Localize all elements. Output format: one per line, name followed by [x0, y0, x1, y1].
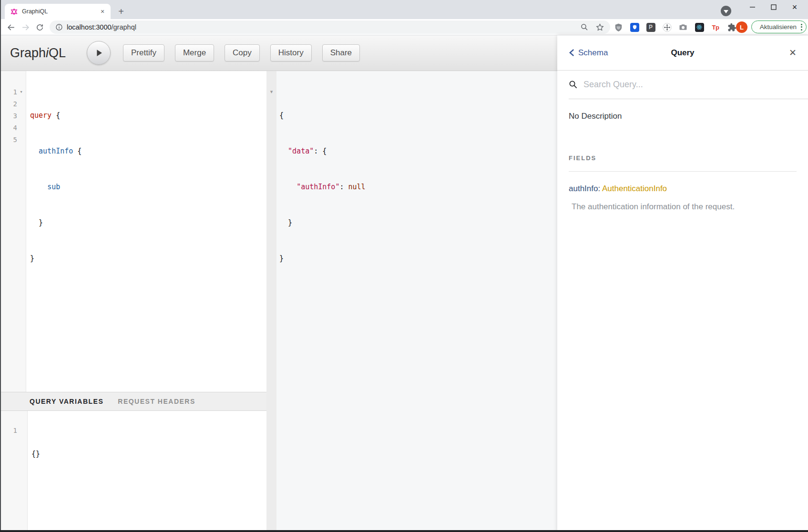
search-icon — [569, 80, 578, 89]
minimize-button[interactable] — [742, 0, 763, 14]
doc-back-link[interactable]: Schema — [569, 48, 631, 58]
page-info-icon[interactable] — [55, 23, 63, 31]
type-description: No Description — [569, 112, 797, 121]
profile-avatar[interactable]: L — [736, 21, 747, 33]
history-button[interactable]: History — [270, 44, 312, 61]
tab-query-variables[interactable]: QUERY VARIABLES — [30, 398, 103, 405]
variables-editor-gutter: 1 — [0, 411, 28, 532]
doc-back-label: Schema — [578, 48, 608, 58]
variables-code[interactable]: {} — [28, 411, 83, 532]
new-tab-button[interactable]: + — [114, 5, 128, 18]
screenshot-camera-extension-icon[interactable] — [678, 22, 688, 32]
url-text: localhost:3000/graphql — [67, 23, 575, 31]
tab-request-headers[interactable]: REQUEST HEADERS — [118, 398, 195, 405]
copy-button[interactable]: Copy — [225, 44, 260, 61]
tab-close-icon[interactable]: × — [98, 7, 107, 16]
address-bar[interactable]: localhost:3000/graphql — [50, 20, 610, 34]
play-icon — [93, 48, 104, 58]
doc-close-icon[interactable]: ✕ — [735, 47, 797, 58]
variables-editor[interactable]: 1 {} — [0, 411, 266, 532]
field-type-link[interactable]: AuthenticationInfo — [602, 184, 667, 193]
field-row: authInfo: AuthenticationInfo — [569, 184, 797, 194]
update-button-label: Aktualisieren — [757, 23, 799, 31]
update-available-icon[interactable] — [721, 6, 731, 16]
execute-query-button[interactable] — [87, 41, 111, 65]
reload-button[interactable] — [33, 21, 46, 33]
query-editor-gutter: 1▾ 2 3 4 5 — [0, 71, 26, 392]
kebab-menu-icon[interactable] — [801, 24, 802, 31]
p-extension-icon[interactable]: P — [645, 22, 656, 32]
doc-search-row — [569, 71, 808, 99]
bookmark-star-icon[interactable] — [594, 21, 605, 33]
prettify-button[interactable]: Prettify — [123, 44, 164, 61]
fields-heading: FIELDS — [569, 154, 797, 172]
graphiql-workspace: GraphiQL Prettify Merge Copy History Sha… — [0, 35, 557, 532]
doc-explorer: Schema Query ✕ No Description FIELDS aut… — [557, 35, 808, 532]
result-json: { "data": { "authInfo": null } } — [276, 71, 557, 288]
move-tool-extension-icon[interactable] — [662, 22, 672, 32]
chevron-left-icon — [569, 49, 575, 57]
fold-arrow-icon[interactable]: ▾ — [17, 89, 25, 95]
window-edge-left — [0, 0, 1, 532]
bitwarden-extension-icon[interactable] — [629, 22, 640, 32]
result-fold-arrow-icon[interactable]: ▾ — [270, 89, 273, 95]
ublock-extension-icon[interactable] — [613, 22, 624, 32]
graphiql-app: GraphiQL Prettify Merge Copy History Sha… — [0, 35, 808, 532]
graphql-favicon-icon — [10, 8, 18, 15]
doc-body: No Description FIELDS authInfo: Authenti… — [557, 99, 808, 212]
graphiql-topbar: GraphiQL Prettify Merge Copy History Sha… — [0, 35, 557, 71]
graphiql-logo: GraphiQL — [10, 46, 66, 61]
zoom-page-icon[interactable] — [579, 21, 590, 33]
merge-button[interactable]: Merge — [175, 44, 214, 61]
browser-update-button[interactable]: Aktualisieren — [751, 20, 807, 33]
variables-titlebar: QUERY VARIABLES REQUEST HEADERS — [0, 392, 266, 411]
doc-explorer-header: Schema Query ✕ — [557, 35, 808, 71]
doc-title: Query — [631, 48, 735, 58]
window-edge-bottom — [0, 530, 808, 532]
result-viewer: { "data": { "authInfo": null } } — [276, 71, 557, 532]
tab-strip: GraphiQL × + × — [0, 0, 808, 19]
back-button[interactable] — [5, 21, 17, 33]
query-editor[interactable]: 1▾ 2 3 4 5 query { authInfo { sub } } — [0, 71, 266, 392]
extensions-puzzle-icon[interactable] — [726, 22, 737, 32]
field-description: The authentication information of the re… — [569, 202, 797, 212]
maximize-button[interactable] — [763, 0, 784, 14]
browser-toolbar: localhost:3000/graphql P — [0, 19, 808, 35]
forward-button[interactable] — [19, 21, 31, 33]
tab-title: GraphiQL — [22, 8, 98, 15]
share-button[interactable]: Share — [322, 44, 360, 61]
pane-divider[interactable]: ▾ — [266, 71, 276, 532]
react-devtools-extension-icon[interactable] — [694, 22, 705, 32]
close-window-button[interactable]: × — [784, 0, 805, 14]
browser-tab[interactable]: GraphiQL × — [5, 4, 111, 19]
tampermonkey-extension-icon[interactable]: Tp — [710, 22, 721, 32]
doc-search-input[interactable] — [583, 80, 808, 90]
query-code[interactable]: query { authInfo { sub } } — [26, 71, 82, 392]
field-name-link[interactable]: authInfo — [569, 184, 598, 193]
